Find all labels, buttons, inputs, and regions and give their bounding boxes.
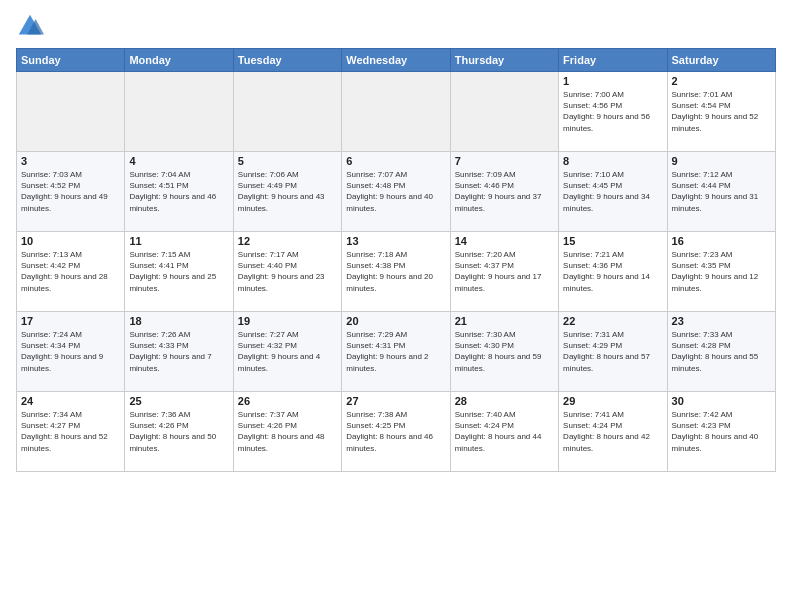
- day-cell-23: 23Sunrise: 7:33 AM Sunset: 4:28 PM Dayli…: [667, 312, 775, 392]
- day-number: 26: [238, 395, 337, 407]
- day-number: 18: [129, 315, 228, 327]
- day-cell-25: 25Sunrise: 7:36 AM Sunset: 4:26 PM Dayli…: [125, 392, 233, 472]
- logo: [16, 12, 48, 40]
- day-info: Sunrise: 7:37 AM Sunset: 4:26 PM Dayligh…: [238, 409, 337, 454]
- day-cell-19: 19Sunrise: 7:27 AM Sunset: 4:32 PM Dayli…: [233, 312, 341, 392]
- day-cell-29: 29Sunrise: 7:41 AM Sunset: 4:24 PM Dayli…: [559, 392, 667, 472]
- day-number: 15: [563, 235, 662, 247]
- day-info: Sunrise: 7:01 AM Sunset: 4:54 PM Dayligh…: [672, 89, 771, 134]
- day-number: 27: [346, 395, 445, 407]
- day-number: 20: [346, 315, 445, 327]
- day-number: 30: [672, 395, 771, 407]
- day-info: Sunrise: 7:09 AM Sunset: 4:46 PM Dayligh…: [455, 169, 554, 214]
- day-number: 5: [238, 155, 337, 167]
- day-info: Sunrise: 7:06 AM Sunset: 4:49 PM Dayligh…: [238, 169, 337, 214]
- day-info: Sunrise: 7:07 AM Sunset: 4:48 PM Dayligh…: [346, 169, 445, 214]
- day-cell-22: 22Sunrise: 7:31 AM Sunset: 4:29 PM Dayli…: [559, 312, 667, 392]
- day-number: 16: [672, 235, 771, 247]
- day-cell-4: 4Sunrise: 7:04 AM Sunset: 4:51 PM Daylig…: [125, 152, 233, 232]
- day-number: 14: [455, 235, 554, 247]
- day-cell-10: 10Sunrise: 7:13 AM Sunset: 4:42 PM Dayli…: [17, 232, 125, 312]
- day-cell-8: 8Sunrise: 7:10 AM Sunset: 4:45 PM Daylig…: [559, 152, 667, 232]
- week-row-4: 17Sunrise: 7:24 AM Sunset: 4:34 PM Dayli…: [17, 312, 776, 392]
- day-number: 4: [129, 155, 228, 167]
- day-number: 29: [563, 395, 662, 407]
- day-info: Sunrise: 7:29 AM Sunset: 4:31 PM Dayligh…: [346, 329, 445, 374]
- day-cell-12: 12Sunrise: 7:17 AM Sunset: 4:40 PM Dayli…: [233, 232, 341, 312]
- day-cell-27: 27Sunrise: 7:38 AM Sunset: 4:25 PM Dayli…: [342, 392, 450, 472]
- week-row-2: 3Sunrise: 7:03 AM Sunset: 4:52 PM Daylig…: [17, 152, 776, 232]
- day-number: 28: [455, 395, 554, 407]
- day-info: Sunrise: 7:17 AM Sunset: 4:40 PM Dayligh…: [238, 249, 337, 294]
- day-number: 12: [238, 235, 337, 247]
- day-cell-empty: [17, 72, 125, 152]
- day-number: 19: [238, 315, 337, 327]
- day-cell-empty: [450, 72, 558, 152]
- day-number: 10: [21, 235, 120, 247]
- day-cell-24: 24Sunrise: 7:34 AM Sunset: 4:27 PM Dayli…: [17, 392, 125, 472]
- day-info: Sunrise: 7:33 AM Sunset: 4:28 PM Dayligh…: [672, 329, 771, 374]
- day-number: 2: [672, 75, 771, 87]
- header: [16, 12, 776, 40]
- week-row-1: 1Sunrise: 7:00 AM Sunset: 4:56 PM Daylig…: [17, 72, 776, 152]
- day-cell-3: 3Sunrise: 7:03 AM Sunset: 4:52 PM Daylig…: [17, 152, 125, 232]
- weekday-header-tuesday: Tuesday: [233, 49, 341, 72]
- day-number: 6: [346, 155, 445, 167]
- day-cell-26: 26Sunrise: 7:37 AM Sunset: 4:26 PM Dayli…: [233, 392, 341, 472]
- day-number: 7: [455, 155, 554, 167]
- day-cell-1: 1Sunrise: 7:00 AM Sunset: 4:56 PM Daylig…: [559, 72, 667, 152]
- day-info: Sunrise: 7:30 AM Sunset: 4:30 PM Dayligh…: [455, 329, 554, 374]
- weekday-header-thursday: Thursday: [450, 49, 558, 72]
- day-info: Sunrise: 7:21 AM Sunset: 4:36 PM Dayligh…: [563, 249, 662, 294]
- page: SundayMondayTuesdayWednesdayThursdayFrid…: [0, 0, 792, 612]
- weekday-header-saturday: Saturday: [667, 49, 775, 72]
- day-info: Sunrise: 7:18 AM Sunset: 4:38 PM Dayligh…: [346, 249, 445, 294]
- day-info: Sunrise: 7:31 AM Sunset: 4:29 PM Dayligh…: [563, 329, 662, 374]
- day-cell-empty: [233, 72, 341, 152]
- day-info: Sunrise: 7:36 AM Sunset: 4:26 PM Dayligh…: [129, 409, 228, 454]
- day-number: 3: [21, 155, 120, 167]
- calendar-table: SundayMondayTuesdayWednesdayThursdayFrid…: [16, 48, 776, 472]
- day-number: 22: [563, 315, 662, 327]
- day-number: 17: [21, 315, 120, 327]
- day-number: 23: [672, 315, 771, 327]
- day-info: Sunrise: 7:20 AM Sunset: 4:37 PM Dayligh…: [455, 249, 554, 294]
- logo-icon: [16, 12, 44, 40]
- day-cell-16: 16Sunrise: 7:23 AM Sunset: 4:35 PM Dayli…: [667, 232, 775, 312]
- weekday-header-sunday: Sunday: [17, 49, 125, 72]
- day-info: Sunrise: 7:15 AM Sunset: 4:41 PM Dayligh…: [129, 249, 228, 294]
- day-cell-empty: [125, 72, 233, 152]
- day-cell-30: 30Sunrise: 7:42 AM Sunset: 4:23 PM Dayli…: [667, 392, 775, 472]
- day-info: Sunrise: 7:03 AM Sunset: 4:52 PM Dayligh…: [21, 169, 120, 214]
- day-cell-9: 9Sunrise: 7:12 AM Sunset: 4:44 PM Daylig…: [667, 152, 775, 232]
- day-cell-14: 14Sunrise: 7:20 AM Sunset: 4:37 PM Dayli…: [450, 232, 558, 312]
- week-row-5: 24Sunrise: 7:34 AM Sunset: 4:27 PM Dayli…: [17, 392, 776, 472]
- week-row-3: 10Sunrise: 7:13 AM Sunset: 4:42 PM Dayli…: [17, 232, 776, 312]
- day-info: Sunrise: 7:23 AM Sunset: 4:35 PM Dayligh…: [672, 249, 771, 294]
- day-cell-5: 5Sunrise: 7:06 AM Sunset: 4:49 PM Daylig…: [233, 152, 341, 232]
- day-info: Sunrise: 7:40 AM Sunset: 4:24 PM Dayligh…: [455, 409, 554, 454]
- day-info: Sunrise: 7:00 AM Sunset: 4:56 PM Dayligh…: [563, 89, 662, 134]
- weekday-header-row: SundayMondayTuesdayWednesdayThursdayFrid…: [17, 49, 776, 72]
- day-cell-7: 7Sunrise: 7:09 AM Sunset: 4:46 PM Daylig…: [450, 152, 558, 232]
- day-info: Sunrise: 7:24 AM Sunset: 4:34 PM Dayligh…: [21, 329, 120, 374]
- day-cell-2: 2Sunrise: 7:01 AM Sunset: 4:54 PM Daylig…: [667, 72, 775, 152]
- day-cell-13: 13Sunrise: 7:18 AM Sunset: 4:38 PM Dayli…: [342, 232, 450, 312]
- day-cell-18: 18Sunrise: 7:26 AM Sunset: 4:33 PM Dayli…: [125, 312, 233, 392]
- day-cell-15: 15Sunrise: 7:21 AM Sunset: 4:36 PM Dayli…: [559, 232, 667, 312]
- day-info: Sunrise: 7:42 AM Sunset: 4:23 PM Dayligh…: [672, 409, 771, 454]
- day-info: Sunrise: 7:26 AM Sunset: 4:33 PM Dayligh…: [129, 329, 228, 374]
- weekday-header-monday: Monday: [125, 49, 233, 72]
- day-number: 21: [455, 315, 554, 327]
- day-info: Sunrise: 7:10 AM Sunset: 4:45 PM Dayligh…: [563, 169, 662, 214]
- day-number: 25: [129, 395, 228, 407]
- day-number: 11: [129, 235, 228, 247]
- day-info: Sunrise: 7:13 AM Sunset: 4:42 PM Dayligh…: [21, 249, 120, 294]
- day-number: 1: [563, 75, 662, 87]
- day-info: Sunrise: 7:38 AM Sunset: 4:25 PM Dayligh…: [346, 409, 445, 454]
- weekday-header-wednesday: Wednesday: [342, 49, 450, 72]
- day-number: 8: [563, 155, 662, 167]
- day-info: Sunrise: 7:12 AM Sunset: 4:44 PM Dayligh…: [672, 169, 771, 214]
- day-info: Sunrise: 7:27 AM Sunset: 4:32 PM Dayligh…: [238, 329, 337, 374]
- day-number: 24: [21, 395, 120, 407]
